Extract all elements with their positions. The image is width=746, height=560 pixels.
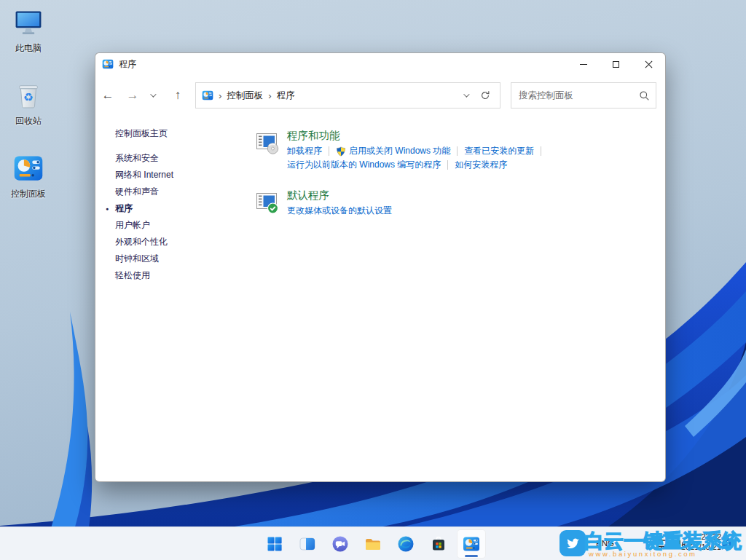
sidebar-item-hardware-sound[interactable]: 硬件和声音 [115, 184, 246, 200]
taskbar: ENG 22:32 2021/10/21 1 [0, 527, 746, 560]
maximize-icon [613, 61, 619, 68]
search-box [511, 82, 656, 109]
group-default-programs: 默认程序 更改媒体或设备的默认设置 [256, 189, 649, 218]
edge-icon [397, 535, 415, 553]
taskbar-task-view-button[interactable] [293, 529, 322, 559]
up-button[interactable]: ↑ [165, 88, 190, 103]
sidebar: 控制面板主页 系统和安全 网络和 Internet 硬件和声音 程序 用户帐户 … [115, 126, 246, 284]
notification-badge[interactable]: 1 [722, 538, 734, 550]
close-icon [645, 60, 653, 68]
tray-language-indicator[interactable]: ENG [596, 539, 614, 548]
breadcrumb-separator: › [268, 90, 271, 101]
sidebar-item-network-internet[interactable]: 网络和 Internet [115, 167, 246, 184]
back-button[interactable]: ← [95, 88, 120, 103]
group-title-default-programs[interactable]: 默认程序 [287, 189, 392, 202]
taskbar-edge-button[interactable] [391, 529, 420, 559]
taskbar-file-explorer-button[interactable] [358, 529, 388, 559]
link-separator [457, 146, 458, 156]
title-bar[interactable]: 程序 [95, 53, 665, 75]
link-separator [541, 146, 541, 156]
tray-clock[interactable]: 22:32 2021/10/21 [681, 532, 721, 552]
network-icon[interactable] [656, 538, 669, 553]
taskbar-control-panel-button[interactable] [457, 529, 486, 559]
sidebar-item-programs[interactable]: 程序 [115, 200, 246, 217]
control-panel-icon [12, 151, 45, 185]
sidebar-item-user-accounts[interactable]: 用户帐户 [115, 217, 246, 234]
this-pc-icon [12, 6, 45, 39]
group-title-programs-features[interactable]: 程序和功能 [287, 129, 548, 142]
link-uninstall-program[interactable]: 卸载程序 [287, 145, 322, 157]
desktop-icon-label: 回收站 [15, 115, 42, 127]
start-icon [266, 535, 283, 553]
sidebar-item-system-security[interactable]: 系统和安全 [115, 150, 246, 167]
desktop-icon-this-pc[interactable]: 此电脑 [4, 6, 52, 73]
sidebar-item-ease-of-access[interactable]: 轻松使用 [115, 267, 246, 284]
uac-shield-icon [336, 146, 346, 157]
breadcrumb-separator: › [219, 90, 221, 101]
chevron-down-icon [150, 91, 156, 97]
taskbar-start-button[interactable] [260, 529, 289, 559]
recycle-bin-icon [12, 79, 45, 112]
minimize-icon [580, 64, 587, 65]
tray-time: 22:32 [681, 532, 721, 542]
taskbar-app-list [0, 527, 746, 560]
control-panel-window: 程序 ← → ↑ › 控制面板 › 程序 控制面板主页 系统和安全 网络和 [95, 52, 666, 482]
tray-date: 2021/10/21 [681, 542, 721, 552]
navigation-bar: ← → ↑ › 控制面板 › 程序 [95, 75, 665, 116]
programs-features-icon[interactable] [256, 131, 279, 154]
file-explorer-icon [364, 535, 382, 553]
breadcrumb-control-panel[interactable]: 控制面板 [227, 90, 263, 102]
sidebar-item-clock-region[interactable]: 时钟和区域 [115, 251, 246, 267]
window-icon [102, 58, 114, 70]
link-change-media-defaults[interactable]: 更改媒体或设备的默认设置 [287, 205, 392, 217]
recent-pages-dropdown[interactable] [145, 93, 160, 98]
refresh-button[interactable] [475, 90, 495, 100]
group-programs-and-features: 程序和功能 卸载程序 启用或关闭 Windows 功能 查看已安装的更新 运行为… [256, 129, 649, 172]
forward-button[interactable]: → [120, 88, 145, 103]
close-button[interactable] [632, 53, 665, 75]
breadcrumb-root-icon [202, 90, 213, 101]
link-separator [329, 146, 329, 156]
link-how-to-install[interactable]: 如何安装程序 [455, 159, 507, 171]
link-run-older-programs[interactable]: 运行为以前版本的 Windows 编写的程序 [287, 159, 441, 171]
breadcrumb-programs[interactable]: 程序 [277, 90, 295, 102]
minimize-button[interactable] [567, 53, 600, 75]
taskbar-chat-button[interactable] [326, 529, 355, 559]
desktop-icon-recycle-bin[interactable]: 回收站 [4, 79, 52, 146]
refresh-icon [480, 90, 490, 100]
address-dropdown-button[interactable] [456, 93, 475, 98]
address-bar[interactable]: › 控制面板 › 程序 [195, 82, 500, 109]
taskbar-store-button[interactable] [424, 529, 453, 559]
search-input[interactable] [519, 90, 639, 100]
search-icon[interactable] [639, 90, 650, 101]
maximize-button[interactable] [600, 53, 632, 75]
link-installed-updates[interactable]: 查看已安装的更新 [464, 145, 534, 157]
main-content: 程序和功能 卸载程序 启用或关闭 Windows 功能 查看已安装的更新 运行为… [256, 129, 649, 234]
task-view-icon [299, 535, 316, 553]
tray-show-hidden-icons[interactable] [581, 541, 592, 545]
desktop-icon-label: 此电脑 [15, 42, 42, 55]
desktop-icon-list: 此电脑 回收站 控制面板 [4, 6, 52, 224]
link-separator [447, 160, 448, 170]
chat-icon [331, 535, 349, 553]
chevron-down-icon [463, 91, 469, 97]
desktop-icon-label: 控制面板 [11, 188, 46, 200]
window-title: 程序 [119, 58, 136, 71]
sidebar-item-appearance[interactable]: 外观和个性化 [115, 234, 246, 251]
link-windows-features[interactable]: 启用或关闭 Windows 功能 [349, 145, 450, 157]
store-icon [430, 535, 447, 553]
desktop-icon-control-panel[interactable]: 控制面板 [4, 151, 52, 218]
chevron-up-icon [584, 540, 589, 546]
sidebar-item-home[interactable]: 控制面板主页 [115, 126, 246, 141]
default-programs-icon[interactable] [256, 191, 279, 214]
control-panel-icon [463, 535, 480, 553]
